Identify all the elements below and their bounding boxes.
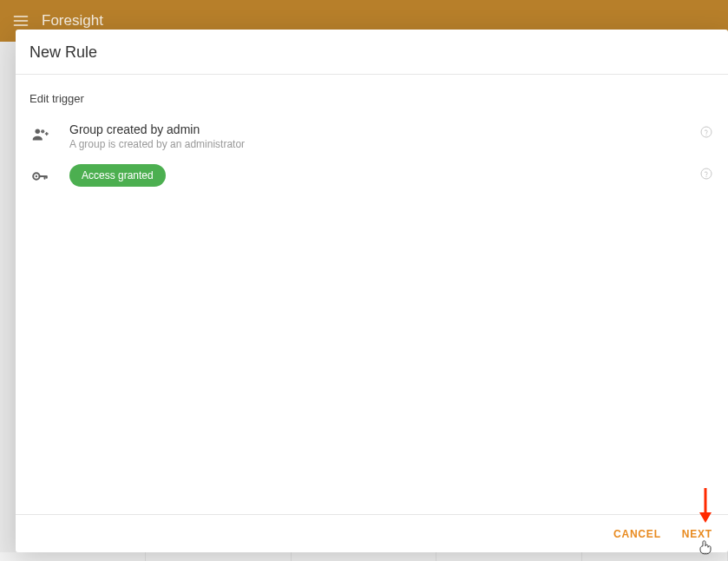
app-title: Foresight (42, 12, 103, 30)
edit-trigger-label: Edit trigger (30, 92, 714, 105)
dialog-footer: CANCEL NEXT (16, 514, 728, 552)
svg-point-3 (705, 135, 706, 135)
trigger-title: Group created by admin (69, 122, 679, 136)
trigger-row-access-granted[interactable]: Access granted (30, 159, 714, 195)
dialog-body: Edit trigger Group created by admin A gr… (16, 75, 728, 514)
new-rule-dialog: New Rule Edit trigger Group created by a… (16, 30, 728, 552)
access-granted-chip[interactable]: Access granted (69, 164, 166, 187)
dialog-title: New Rule (30, 43, 714, 62)
help-icon[interactable] (698, 124, 714, 140)
background-strip (0, 552, 728, 561)
svg-point-2 (701, 127, 712, 137)
svg-point-7 (705, 176, 706, 177)
trigger-subtitle: A group is created by an administrator (69, 138, 679, 150)
key-icon (30, 166, 50, 187)
cancel-button[interactable]: CANCEL (605, 521, 670, 547)
menu-icon[interactable] (10, 10, 31, 31)
dialog-header: New Rule (16, 30, 728, 75)
svg-point-6 (701, 168, 712, 179)
svg-point-0 (36, 129, 41, 135)
next-button[interactable]: NEXT (673, 521, 721, 547)
group-add-icon (30, 124, 50, 145)
help-icon[interactable] (698, 166, 714, 182)
trigger-row-group-created[interactable]: Group created by admin A group is create… (30, 117, 714, 159)
trigger-row-content: Group created by admin A group is create… (69, 122, 679, 150)
svg-point-1 (41, 129, 44, 133)
svg-point-5 (36, 175, 37, 177)
trigger-row-content: Access granted (69, 164, 679, 187)
